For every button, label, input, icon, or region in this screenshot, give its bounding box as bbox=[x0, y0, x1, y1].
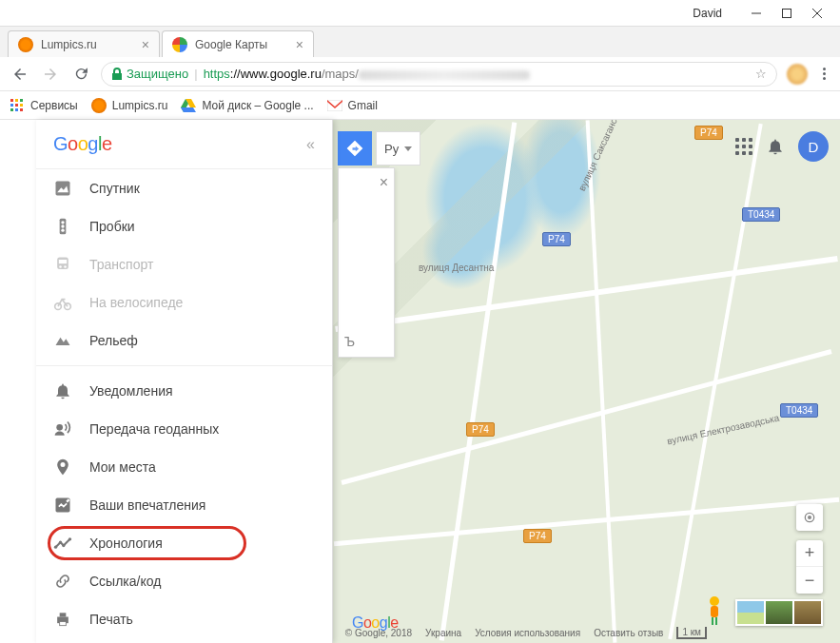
transit-icon bbox=[53, 255, 72, 274]
nav-forward-button[interactable] bbox=[40, 64, 61, 85]
browser-menu-button[interactable] bbox=[817, 68, 830, 80]
apps-icon bbox=[10, 98, 25, 113]
layer-thumbnails bbox=[735, 599, 823, 626]
menu-item-label: Печать bbox=[89, 612, 133, 627]
svg-rect-10 bbox=[10, 108, 13, 111]
svg-rect-11 bbox=[15, 108, 18, 111]
svg-rect-33 bbox=[60, 622, 67, 626]
menu-item-label: Пробки bbox=[89, 219, 135, 234]
chevron-down-icon bbox=[404, 146, 412, 151]
notifications-icon[interactable] bbox=[766, 137, 785, 156]
locate-me-button[interactable] bbox=[796, 504, 823, 531]
google-logo: Google bbox=[53, 133, 112, 155]
account-avatar-button[interactable]: D bbox=[798, 131, 829, 162]
bookmark-gmail[interactable]: Gmail bbox=[327, 98, 378, 113]
tab-google-maps[interactable]: Google Карты × bbox=[162, 30, 314, 57]
layer-thumb[interactable] bbox=[794, 601, 821, 624]
bookmark-label: Lumpics.ru bbox=[112, 99, 168, 112]
attribution-terms[interactable]: Условия использования bbox=[475, 628, 580, 638]
road-badge: Р74 bbox=[466, 422, 495, 437]
tab-close-icon[interactable]: × bbox=[296, 37, 303, 52]
bicycle-icon bbox=[53, 293, 72, 312]
secure-label: Защищено bbox=[127, 67, 188, 81]
map-top-right-controls: D bbox=[735, 131, 829, 162]
tab-label: Lumpics.ru bbox=[41, 38, 134, 51]
zoom-out-button[interactable]: − bbox=[796, 567, 823, 594]
nav-reload-button[interactable] bbox=[70, 64, 91, 85]
menu-item-label: Хронология bbox=[89, 536, 163, 551]
menu-item-contrib[interactable]: Ваши впечатления bbox=[36, 486, 332, 524]
svg-point-27 bbox=[54, 546, 57, 549]
svg-point-20 bbox=[59, 265, 62, 268]
svg-point-34 bbox=[808, 516, 811, 519]
road-badge: Р74 bbox=[694, 126, 723, 140]
bookmark-star-icon[interactable]: ☆ bbox=[755, 67, 767, 81]
map-attribution: © Google, 2018 Украина Условия использов… bbox=[342, 627, 707, 639]
profile-avatar[interactable] bbox=[787, 64, 808, 85]
layer-thumb[interactable] bbox=[766, 601, 792, 624]
menu-item-terrain[interactable]: Рельеф bbox=[36, 322, 332, 360]
svg-point-30 bbox=[68, 537, 71, 540]
menu-item-label: Спутник bbox=[89, 181, 140, 196]
bookmark-label: Gmail bbox=[348, 99, 378, 112]
bookmark-drive[interactable]: Мой диск – Google ... bbox=[181, 98, 313, 113]
notifications-icon bbox=[53, 381, 72, 400]
street-label: вулиця Саксаганського bbox=[576, 120, 629, 192]
road-badge: Т0434 bbox=[780, 403, 818, 418]
attribution-scale: 1 км bbox=[676, 627, 707, 639]
zoom-in-button[interactable]: + bbox=[796, 540, 823, 567]
menu-item-satellite[interactable]: Спутник bbox=[36, 169, 332, 207]
map-canvas[interactable]: Р74Т0434Р74Т0434Р74Р74 вулиця Десантнаву… bbox=[333, 120, 840, 643]
bookmark-services[interactable]: Сервисы bbox=[10, 98, 78, 113]
road-badge: Р74 bbox=[542, 232, 571, 246]
svg-point-36 bbox=[710, 596, 719, 606]
locshare-icon bbox=[53, 419, 72, 438]
svg-point-29 bbox=[62, 544, 65, 547]
svg-rect-22 bbox=[59, 260, 67, 263]
menu-item-print[interactable]: Печать bbox=[36, 600, 332, 638]
nav-back-button[interactable] bbox=[10, 64, 30, 85]
content-area: Р74Т0434Р74Т0434Р74Р74 вулиця Десантнаву… bbox=[0, 120, 840, 643]
bookmark-label: Мой диск – Google ... bbox=[202, 99, 313, 112]
menu-item-traffic[interactable]: Пробки bbox=[36, 207, 332, 245]
drive-icon bbox=[181, 98, 196, 113]
tab-lumpics[interactable]: Lumpics.ru × bbox=[8, 30, 160, 57]
svg-rect-4 bbox=[10, 99, 13, 102]
address-bar[interactable]: Защищено | https://www.google.ru/maps/ ☆ bbox=[101, 62, 777, 87]
svg-rect-1 bbox=[783, 9, 791, 17]
svg-rect-7 bbox=[10, 104, 13, 107]
bookmark-lumpics[interactable]: Lumpics.ru bbox=[91, 98, 168, 113]
svg-rect-37 bbox=[711, 606, 718, 617]
road-badge: Т0434 bbox=[742, 207, 780, 222]
menu-item-embed[interactable]: Ссылка/код bbox=[36, 562, 332, 600]
window-maximize-button[interactable] bbox=[772, 3, 802, 24]
menu-item-timeline[interactable]: Хронология bbox=[36, 524, 332, 562]
attribution-feedback[interactable]: Оставить отзыв bbox=[594, 628, 663, 638]
collapse-menu-button[interactable]: « bbox=[306, 136, 315, 153]
tab-close-icon[interactable]: × bbox=[142, 37, 149, 52]
close-icon[interactable]: × bbox=[380, 174, 388, 191]
menu-item-notifications[interactable]: Уведомления bbox=[36, 372, 332, 410]
window-close-button[interactable] bbox=[802, 3, 832, 24]
directions-button[interactable] bbox=[338, 131, 372, 166]
print-icon bbox=[53, 610, 72, 629]
menu-item-label: На велосипеде bbox=[89, 295, 183, 310]
myplaces-icon bbox=[53, 458, 72, 477]
window-minimize-button[interactable] bbox=[741, 3, 772, 24]
menu-item-myplaces[interactable]: Мои места bbox=[36, 448, 332, 486]
layer-thumb[interactable] bbox=[737, 601, 764, 624]
embed-icon bbox=[53, 572, 72, 591]
zoom-control: + − bbox=[796, 540, 823, 594]
svg-rect-32 bbox=[60, 613, 67, 616]
street-label: вулиця Електрозаводська bbox=[666, 413, 780, 447]
language-dropdown[interactable]: Ру bbox=[376, 131, 420, 166]
menu-item-label: Рельеф bbox=[89, 333, 138, 348]
pegman-streetview[interactable] bbox=[703, 595, 726, 626]
address-bar-row: Защищено | https://www.google.ru/maps/ ☆ bbox=[0, 57, 840, 91]
maps-side-menu: Google « СпутникПробкиТранспортНа велоси… bbox=[36, 120, 333, 643]
road-badge: Р74 bbox=[523, 529, 552, 543]
google-apps-button[interactable] bbox=[735, 138, 752, 155]
menu-item-locshare[interactable]: Передача геоданных bbox=[36, 410, 332, 448]
svg-point-17 bbox=[61, 224, 64, 227]
svg-rect-12 bbox=[20, 108, 23, 111]
